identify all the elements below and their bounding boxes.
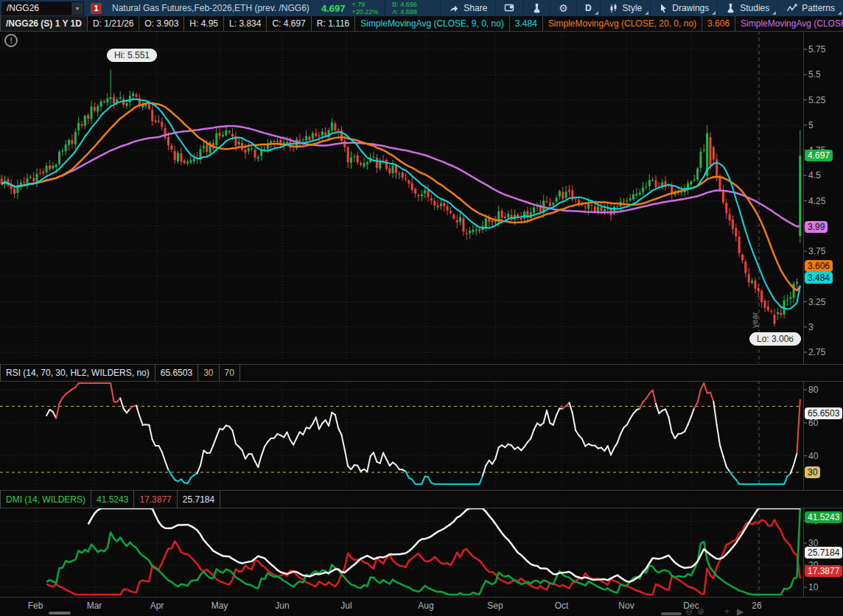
axis-tick-label: 3.75 xyxy=(808,246,825,256)
rsi-study-label[interactable]: RSI (14, 70, 30, HL2, WILDERS, no) xyxy=(0,365,155,381)
scrollbar-thumb[interactable] xyxy=(661,612,682,615)
chart-title: Natural Gas Futures,Feb-2026,ETH (prev. … xyxy=(112,3,309,13)
low-cell: L: 3.834 xyxy=(224,16,267,31)
symbol-period-tab[interactable]: /NGG26 (S) 1 Y 1D xyxy=(0,16,88,31)
change-stack: +.79 +20.22% xyxy=(351,1,378,15)
sma20-line xyxy=(1,103,800,291)
alerts-button[interactable] xyxy=(495,0,523,16)
price-change-pct: +20.22% xyxy=(351,8,378,15)
axis-tick-label: 5.5 xyxy=(808,69,821,80)
style-button[interactable]: Style xyxy=(600,0,651,16)
gear-icon: ⚙ xyxy=(559,2,568,14)
price-change: +.79 xyxy=(351,1,378,8)
axis-price-badge: 30 xyxy=(805,466,820,478)
axis-price-badge: 3.484 xyxy=(805,272,833,284)
close-cell: C: 4.697 xyxy=(267,16,311,31)
sma20-study-label[interactable]: SimpleMovingAvg (CLOSE, 20, 0, no) xyxy=(543,16,702,31)
time-axis-label: Oct xyxy=(555,601,569,611)
dmi-minus-value: 17.3877 xyxy=(134,491,177,508)
rsi-overbought-value: 70 xyxy=(220,365,240,381)
axis-tick-label: 3.25 xyxy=(808,297,825,307)
timeframe-label: D xyxy=(585,3,592,13)
divider xyxy=(385,0,385,16)
share-icon xyxy=(449,3,459,13)
link-group-badge[interactable]: 1 xyxy=(91,3,102,14)
axis-price-badge: 3.606 xyxy=(805,260,833,272)
main-plot[interactable] xyxy=(0,31,843,363)
time-axis-label: Apr xyxy=(150,601,164,611)
low-callout: Lo: 3.006 xyxy=(749,332,801,346)
axis-price-badge: 4.697 xyxy=(805,150,833,161)
flask-icon xyxy=(726,3,735,13)
axis-price-badge: 25.7184 xyxy=(805,547,842,559)
pattern-zigzag-icon xyxy=(786,3,797,13)
scrollbar-thumb[interactable] xyxy=(49,612,71,615)
axis-tick-label: 4.25 xyxy=(808,196,825,206)
bid-value: B: 4.696 xyxy=(392,1,417,8)
time-axis-label: Mar xyxy=(87,601,102,611)
time-axis-label: Aug xyxy=(418,601,433,611)
axis-tick-label: 40 xyxy=(808,451,818,461)
high-callout: Hi: 5.551 xyxy=(107,49,157,62)
axis-tick-label: 2.75 xyxy=(808,347,825,357)
ask-value: A: 4.698 xyxy=(392,8,417,15)
axis-tick-label: 5.25 xyxy=(808,95,825,105)
studies-button[interactable]: Studies xyxy=(717,0,777,16)
axis-price-badge: 3.99 xyxy=(805,221,828,233)
axis-tick-label: 80 xyxy=(808,385,818,395)
sma20-value: 3.606 xyxy=(702,16,735,31)
sma50-study-label[interactable]: SimpleMovingAvg (CLOSE, 50, 0, no) xyxy=(735,16,843,31)
last-price: 4.697 xyxy=(321,3,346,14)
cursor-icon xyxy=(659,3,668,13)
patterns-label: Patterns xyxy=(802,3,835,13)
note-clock-icon xyxy=(504,3,515,13)
axis-tick-label: 5 xyxy=(808,120,814,130)
bid-ask-stack: B: 4.696 A: 4.698 xyxy=(392,1,417,15)
time-axis-label: 26 xyxy=(752,601,761,611)
symbol-input[interactable]: /NGG26 ▼ xyxy=(1,1,84,15)
studies-label: Studies xyxy=(740,3,769,13)
time-axis-label: Feb xyxy=(28,601,43,611)
axis-tick-label: 5.75 xyxy=(808,44,825,55)
share-label: Share xyxy=(464,3,487,13)
toolbar-right-group: Share ⚙ D Style xyxy=(440,0,843,16)
axis-price-badge: 41.5243 xyxy=(805,511,842,523)
drawings-button[interactable]: Drawings xyxy=(650,0,717,16)
time-axis-label: Jul xyxy=(340,601,351,611)
sma9-value: 3.484 xyxy=(510,16,543,31)
go-to-end-button[interactable]: ▶ xyxy=(737,607,744,616)
rsi-line xyxy=(46,383,800,484)
time-axis-label: Dec xyxy=(683,601,699,611)
di-plus-line xyxy=(46,508,800,595)
candles xyxy=(1,69,802,326)
quick-study-button[interactable] xyxy=(523,0,550,16)
time-axis-label: Jun xyxy=(275,601,289,611)
timeframe-button[interactable]: D xyxy=(576,0,600,16)
high-cell: H: 4.95 xyxy=(184,16,224,31)
sma50-line xyxy=(1,126,800,227)
dmi-header-row: DMI (14, WILDERS) 41.5243 17.3877 25.718… xyxy=(0,490,843,508)
time-axis-label: May xyxy=(211,601,228,611)
sma9-study-label[interactable]: SimpleMovingAvg (CLOSE, 9, 0, no) xyxy=(355,16,510,31)
axis-price-badge: 65.6503 xyxy=(805,407,842,419)
axis-tick-label: 4.5 xyxy=(808,170,821,181)
rsi-oversold-value: 30 xyxy=(198,365,219,381)
di-minus-line xyxy=(46,520,800,595)
time-axis-label: Sep xyxy=(487,601,503,611)
patterns-button[interactable]: Patterns xyxy=(777,0,843,16)
year-divider-label: year xyxy=(750,312,759,328)
warning-icon[interactable]: ! xyxy=(4,34,18,47)
range-cell: R: 1.116 xyxy=(312,16,355,31)
dmi-plot[interactable] xyxy=(0,507,843,596)
rsi-plot[interactable] xyxy=(0,380,843,486)
share-button[interactable]: Share xyxy=(440,0,495,16)
pan-plus-button[interactable]: + xyxy=(724,607,730,616)
dmi-plus-value: 41.5243 xyxy=(91,491,134,508)
style-label: Style xyxy=(623,3,643,13)
chart-header-row: /NGG26 (S) 1 Y 1D D: 1/21/26 O: 3.903 H:… xyxy=(0,16,843,32)
time-axis-label: Nov xyxy=(618,601,634,611)
drawings-label: Drawings xyxy=(672,3,709,13)
settings-button[interactable]: ⚙ xyxy=(550,0,576,16)
symbol-dropdown-arrow-icon[interactable]: ▼ xyxy=(71,2,83,15)
dmi-study-label[interactable]: DMI (14, WILDERS) xyxy=(0,491,91,508)
